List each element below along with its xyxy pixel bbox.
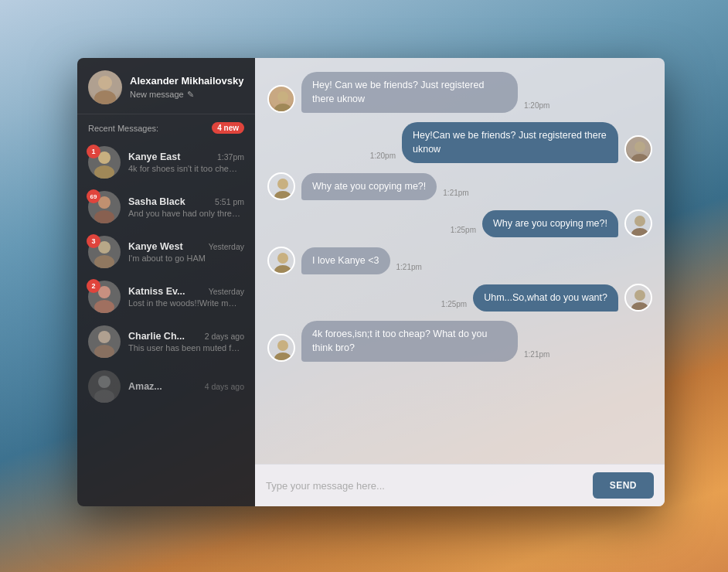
svg-point-1	[94, 90, 116, 104]
contact-time: Yesterday	[209, 242, 244, 251]
message-time: 1:21pm	[396, 263, 422, 271]
message-avatar	[624, 284, 652, 312]
contact-name-row: Charlie Ch... 2 days ago	[128, 331, 244, 342]
recent-messages-header: Recent Messages: 4 new	[77, 114, 255, 140]
message-avatar	[624, 209, 652, 237]
svg-point-26	[277, 340, 288, 351]
contact-avatar-wrap	[88, 325, 121, 358]
edit-icon[interactable]: ✎	[187, 90, 194, 100]
message-text: Why ate you copying me?!	[312, 181, 426, 192]
contact-name: Kanye East	[128, 152, 180, 162]
message-row: I love Kanye <3 1:21pm	[267, 247, 652, 274]
svg-point-22	[277, 253, 288, 264]
message-time: 1:20pm	[524, 101, 549, 110]
contact-preview: Lost in the woods!!Write me ASAP	[128, 298, 240, 308]
message-row: Hey! Can we be friends? Just registered …	[267, 72, 652, 113]
svg-point-17	[631, 154, 648, 163]
chat-area: Hey! Can we be friends? Just registered …	[255, 58, 665, 506]
svg-point-11	[94, 345, 114, 358]
contact-preview: I'm about to go HAM	[128, 254, 240, 263]
message-bubble: Hey!Can we be friends? Just registered t…	[402, 122, 618, 163]
contact-info: Amaz... 4 days ago	[128, 381, 244, 392]
contact-preview: This user has been muted for 4 days by y…	[128, 343, 240, 352]
send-button[interactable]: SEND	[593, 472, 654, 499]
svg-point-21	[631, 228, 648, 237]
recent-label: Recent Messages:	[88, 124, 158, 133]
sidebar: Alexander Mikhailovsky New message ✎ Rec…	[77, 58, 255, 506]
svg-point-20	[634, 216, 645, 226]
contact-time: 1:37pm	[217, 152, 244, 162]
message-bubble: 4k foroes,isn;t it too cheap? What do yo…	[301, 321, 518, 362]
message-text: I love Kanye <3	[312, 255, 379, 266]
message-avatar	[624, 135, 652, 163]
contact-item[interactable]: 69 Sasha Black 5:51 pm And you have had …	[77, 185, 255, 230]
app-container: Alexander Mikhailovsky New message ✎ Rec…	[77, 58, 665, 506]
contact-info: Kanye East 1:37pm 4k for shoes isn't it …	[128, 152, 244, 173]
contact-avatar-wrap: 2	[88, 281, 121, 313]
message-avatar	[267, 247, 295, 274]
message-avatar	[267, 334, 295, 362]
contact-preview: 4k for shoes isn't it too cheap?What do …	[128, 164, 240, 173]
contact-item[interactable]: 1 Kanye East 1:37pm 4k for shoes isn't i…	[77, 140, 255, 185]
contact-time: 5:51 pm	[215, 197, 244, 206]
message-text: Hey! Can we be friends? Just registered …	[312, 80, 484, 104]
contact-avatar-wrap: 69	[88, 191, 121, 223]
svg-point-12	[98, 376, 111, 388]
contact-info: Sasha Black 5:51 pm And you have had onl…	[128, 196, 244, 218]
contact-avatar-wrap: 3	[88, 236, 121, 268]
svg-point-9	[94, 300, 114, 313]
message-time: 1:21pm	[443, 189, 468, 197]
svg-point-13	[94, 390, 114, 403]
contact-item[interactable]: 3 Kanye West Yesterday I'm about to go H…	[77, 230, 255, 274]
message-time: 1:25pm	[451, 226, 476, 234]
contact-item[interactable]: 2 Katniss Ev... Yesterday Lost in the wo…	[77, 274, 255, 319]
contact-time: 2 days ago	[205, 332, 244, 341]
contact-item[interactable]: Amaz... 4 days ago	[77, 364, 255, 409]
contact-item[interactable]: Charlie Ch... 2 days ago This user has b…	[77, 319, 255, 364]
contact-name: Amaz...	[128, 381, 162, 392]
new-message-label: New message	[130, 90, 184, 99]
svg-point-24	[634, 290, 645, 301]
contact-name: Kanye West	[128, 241, 183, 252]
svg-point-19	[274, 191, 291, 200]
svg-point-7	[94, 255, 114, 268]
contact-name: Sasha Black	[128, 196, 185, 207]
contact-list: 1 Kanye East 1:37pm 4k for shoes isn't i…	[77, 140, 255, 506]
contact-name: Charlie Ch...	[128, 331, 185, 342]
message-row: 4k foroes,isn;t it too cheap? What do yo…	[267, 321, 652, 362]
message-text: 4k foroes,isn;t it too cheap? What do yo…	[312, 329, 488, 353]
current-user-info: Alexander Mikhailovsky New message ✎	[130, 75, 244, 100]
current-user-avatar	[88, 70, 122, 104]
message-text: Why are you copying me?!	[493, 218, 607, 229]
contact-time: 4 days ago	[205, 382, 244, 391]
message-text: Uhm...So,what do you want?	[484, 292, 607, 303]
message-bubble: Why are you copying me?!	[482, 210, 618, 238]
sidebar-header: Alexander Mikhailovsky New message ✎	[77, 58, 255, 114]
contact-name-row: Kanye East 1:37pm	[128, 152, 244, 162]
svg-point-25	[631, 302, 648, 312]
contact-info: Kanye West Yesterday I'm about to go HAM	[128, 241, 244, 263]
svg-point-5	[94, 210, 114, 223]
message-bubble: Uhm...So,what do you want?	[473, 284, 618, 312]
contact-avatar-wrap: 1	[88, 146, 121, 179]
contact-preview: And you have had only three of them?	[128, 209, 240, 218]
new-count-badge: 4 new	[212, 122, 244, 134]
message-bubble: Hey! Can we be friends? Just registered …	[301, 72, 518, 113]
message-time: 1:21pm	[524, 350, 549, 359]
contact-name-row: Katniss Ev... Yesterday	[128, 286, 244, 297]
svg-point-10	[98, 331, 111, 343]
message-bubble: Why ate you copying me?!	[301, 173, 437, 201]
contact-name-row: Amaz... 4 days ago	[128, 381, 244, 392]
notification-badge: 1	[87, 145, 100, 158]
message-input[interactable]	[266, 475, 585, 496]
message-time: 1:25pm	[441, 300, 467, 308]
svg-point-16	[634, 141, 645, 152]
current-user-name: Alexander Mikhailovsky	[130, 75, 244, 88]
contact-name-row: Kanye West Yesterday	[128, 241, 244, 252]
notification-badge: 69	[87, 189, 100, 203]
contact-avatar-wrap	[88, 370, 121, 403]
contact-time: Yesterday	[209, 287, 244, 296]
svg-point-3	[94, 165, 114, 179]
svg-point-18	[277, 179, 288, 189]
chat-input-area: SEND	[255, 464, 665, 506]
